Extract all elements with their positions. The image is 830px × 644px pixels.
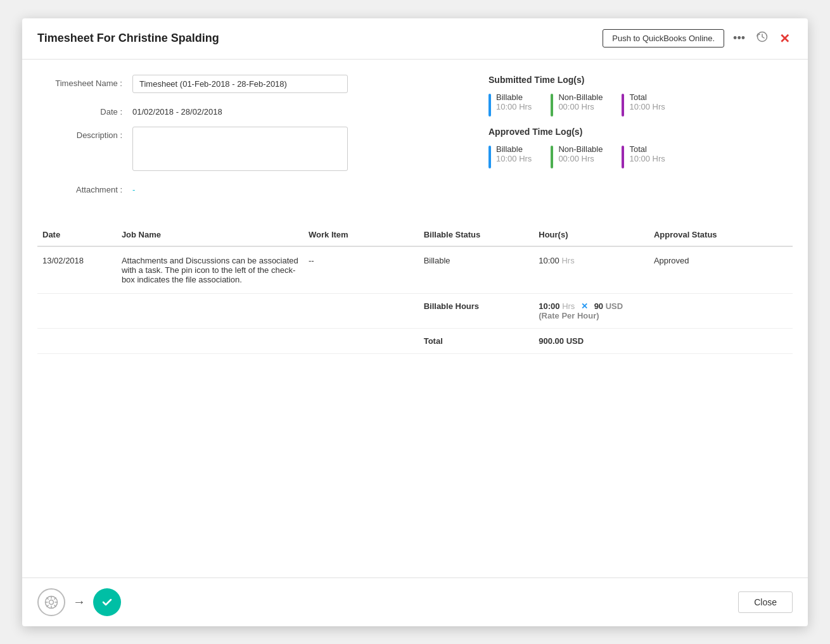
approved-billable-label: Billable bbox=[496, 144, 532, 154]
workflow-gear-icon[interactable] bbox=[37, 588, 65, 616]
date-value: 01/02/2018 - 28/02/2018 bbox=[132, 103, 222, 117]
modal-body: Timesheet Name : Date : 01/02/2018 - 28/… bbox=[22, 60, 808, 578]
attachment-label: Attachment : bbox=[37, 181, 132, 194]
modal-title: Timesheet For Christine Spalding bbox=[37, 32, 219, 45]
submitted-logs-title: Submitted Time Log(s) bbox=[488, 75, 793, 85]
total-empty2 bbox=[649, 328, 793, 353]
submitted-non-billable-value: 00:00 Hrs bbox=[558, 102, 603, 111]
cell-date: 13/02/2018 bbox=[37, 246, 117, 294]
description-row: Description : bbox=[37, 127, 463, 171]
submitted-billable-label: Billable bbox=[496, 92, 532, 102]
svg-line-8 bbox=[54, 605, 56, 606]
description-label: Description : bbox=[37, 127, 132, 140]
approved-logs-title: Approved Time Log(s) bbox=[488, 127, 793, 137]
approved-non-billable-bar bbox=[551, 146, 553, 168]
cell-approval-status: Approved bbox=[649, 246, 793, 294]
modal-header: Timesheet For Christine Spalding Push to… bbox=[22, 18, 808, 60]
table-header: Date Job Name Work Item Billable Status … bbox=[37, 224, 793, 246]
total-empty bbox=[37, 328, 419, 353]
close-icon: ✕ bbox=[779, 31, 790, 46]
cell-billable-status: Billable bbox=[419, 246, 534, 294]
quickbooks-button[interactable]: Push to QuickBooks Online. bbox=[603, 29, 724, 47]
total-bar bbox=[622, 94, 624, 117]
modal-footer: → Close bbox=[22, 578, 808, 626]
close-x-button[interactable]: ✕ bbox=[777, 28, 793, 49]
submitted-billable-value: 10:00 Hrs bbox=[496, 102, 532, 111]
approve-check-button[interactable] bbox=[93, 588, 121, 616]
history-button[interactable] bbox=[754, 28, 770, 48]
more-options-button[interactable]: ••• bbox=[731, 29, 748, 47]
approved-total-value: 10:00 Hrs bbox=[629, 154, 665, 163]
svg-line-7 bbox=[47, 598, 48, 599]
table-body: 13/02/2018 Attachments and Discussions c… bbox=[37, 246, 793, 354]
table-section: Date Job Name Work Item Billable Status … bbox=[37, 224, 793, 354]
submitted-billable: Billable 10:00 Hrs bbox=[488, 92, 532, 117]
table-row: 13/02/2018 Attachments and Discussions c… bbox=[37, 246, 793, 294]
history-icon bbox=[757, 31, 768, 46]
approved-billable-bar bbox=[488, 146, 491, 168]
col-header-date: Date bbox=[37, 224, 117, 246]
summary-billable-label: Billable Hours bbox=[419, 293, 534, 328]
approved-billable-value: 10:00 Hrs bbox=[496, 154, 532, 163]
attachment-row: Attachment : - bbox=[37, 181, 463, 194]
submitted-total-value: 10:00 Hrs bbox=[629, 102, 665, 111]
close-button[interactable]: Close bbox=[738, 591, 793, 613]
cell-work-item: -- bbox=[303, 246, 419, 294]
col-header-job-name: Job Name bbox=[117, 224, 303, 246]
svg-line-10 bbox=[47, 605, 48, 606]
approved-log-group: Billable 10:00 Hrs Non-Billable 00:00 Hr… bbox=[488, 144, 793, 168]
approved-total-label: Total bbox=[629, 144, 665, 154]
attachment-link[interactable]: - bbox=[132, 181, 135, 194]
summary-empty bbox=[37, 293, 419, 328]
footer-left: → bbox=[37, 588, 121, 616]
total-row: Total 900.00 USD bbox=[37, 328, 793, 353]
ellipsis-icon: ••• bbox=[733, 32, 745, 45]
col-header-approval-status: Approval Status bbox=[649, 224, 793, 246]
approved-non-billable-value: 00:00 Hrs bbox=[558, 154, 603, 163]
approved-non-billable: Non-Billable 00:00 Hrs bbox=[551, 144, 603, 168]
non-billable-bar bbox=[551, 94, 553, 117]
arrow-right-icon: → bbox=[73, 595, 86, 609]
col-header-billable-status: Billable Status bbox=[419, 224, 534, 246]
timesheet-name-input[interactable] bbox=[132, 75, 348, 93]
modal-container: Timesheet For Christine Spalding Push to… bbox=[22, 18, 808, 626]
billable-bar bbox=[488, 94, 491, 117]
timesheet-name-label: Timesheet Name : bbox=[37, 75, 132, 88]
svg-point-2 bbox=[49, 600, 54, 604]
approved-billable: Billable 10:00 Hrs bbox=[488, 144, 532, 168]
approved-non-billable-label: Non-Billable bbox=[558, 144, 603, 154]
form-section: Timesheet Name : Date : 01/02/2018 - 28/… bbox=[37, 75, 463, 205]
header-actions: Push to QuickBooks Online. ••• ✕ bbox=[603, 28, 793, 49]
timesheet-table: Date Job Name Work Item Billable Status … bbox=[37, 224, 793, 354]
description-input[interactable] bbox=[132, 127, 348, 171]
submitted-total-label: Total bbox=[629, 92, 665, 102]
date-label: Date : bbox=[37, 103, 132, 117]
submitted-total: Total 10:00 Hrs bbox=[622, 92, 665, 117]
cell-hours: 10:00 Hrs bbox=[533, 246, 649, 294]
submitted-log-group: Billable 10:00 Hrs Non-Billable 00:00 Hr… bbox=[488, 92, 793, 117]
col-header-hours: Hour(s) bbox=[533, 224, 649, 246]
total-value: 900.00 USD bbox=[533, 328, 649, 353]
col-header-work-item: Work Item bbox=[303, 224, 419, 246]
date-row: Date : 01/02/2018 - 28/02/2018 bbox=[37, 103, 463, 117]
summary-empty2 bbox=[649, 293, 793, 328]
summary-billable-value: 10:00 Hrs ✕ 90 USD (Rate Per Hour) bbox=[533, 293, 649, 328]
approved-total-bar bbox=[622, 146, 624, 168]
approved-total: Total 10:00 Hrs bbox=[622, 144, 665, 168]
total-label: Total bbox=[419, 328, 534, 353]
top-section: Timesheet Name : Date : 01/02/2018 - 28/… bbox=[37, 75, 793, 205]
submitted-non-billable-label: Non-Billable bbox=[558, 92, 603, 102]
timesheet-name-row: Timesheet Name : bbox=[37, 75, 463, 93]
billable-hours-summary-row: Billable Hours 10:00 Hrs ✕ 90 USD (Rate … bbox=[37, 293, 793, 328]
time-logs-section: Submitted Time Log(s) Billable 10:00 Hrs… bbox=[488, 75, 793, 205]
cell-job-name: Attachments and Discussions can be assoc… bbox=[117, 246, 303, 294]
svg-line-9 bbox=[54, 598, 56, 599]
submitted-non-billable: Non-Billable 00:00 Hrs bbox=[551, 92, 603, 117]
